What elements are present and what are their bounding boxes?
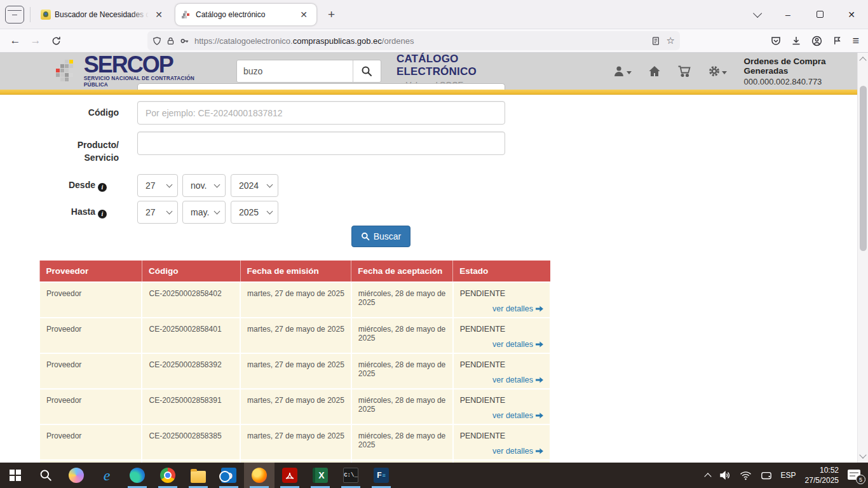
cell-proveedor: Proveedor bbox=[39, 389, 142, 424]
file-explorer-button[interactable] bbox=[183, 463, 214, 488]
table-row: Proveedor CE-20250002858391 martes, 27 d… bbox=[39, 389, 550, 424]
permissions-key-icon[interactable] bbox=[180, 36, 189, 46]
hasta-day-select[interactable]: 27 bbox=[137, 201, 178, 224]
display-connect-icon[interactable] bbox=[761, 471, 772, 480]
terminal-icon: C:\_ bbox=[343, 468, 358, 483]
hasta-label: Hastai bbox=[36, 207, 107, 219]
forticlient-button[interactable]: F≡ bbox=[366, 463, 397, 488]
scrolled-panel-edge bbox=[137, 83, 505, 90]
chevron-down-icon bbox=[214, 208, 220, 215]
maximize-button[interactable] bbox=[806, 4, 834, 25]
col-fecha-emision: Fecha de emisión bbox=[240, 261, 351, 282]
downloads-icon[interactable] bbox=[791, 36, 801, 46]
acrobat-button[interactable] bbox=[275, 463, 305, 488]
codigo-input[interactable] bbox=[137, 101, 505, 125]
scrollbar-thumb[interactable] bbox=[860, 86, 867, 251]
ver-detalles-link[interactable]: ver detalles bbox=[460, 304, 543, 313]
tab-title: Catálogo electrónico bbox=[196, 10, 294, 19]
ver-detalles-link[interactable]: ver detalles bbox=[460, 411, 543, 420]
chrome-button[interactable] bbox=[153, 463, 183, 488]
reload-icon[interactable] bbox=[46, 31, 66, 50]
taskbar-search-button[interactable] bbox=[31, 463, 61, 488]
desde-year-select[interactable]: 2024 bbox=[231, 174, 278, 197]
producto-servicio-input[interactable] bbox=[137, 132, 505, 155]
reader-mode-icon[interactable] bbox=[651, 36, 660, 46]
tray-expand-icon[interactable] bbox=[704, 473, 711, 480]
cell-estado: PENDIENTE ver detalles bbox=[453, 424, 550, 460]
ver-detalles-link[interactable]: ver detalles bbox=[460, 447, 543, 456]
copilot-button[interactable] bbox=[61, 463, 92, 488]
minimize-button[interactable]: – bbox=[774, 4, 802, 25]
tab-close-icon[interactable]: ✕ bbox=[297, 8, 310, 21]
menu-icon[interactable]: ≡ bbox=[852, 34, 859, 48]
new-tab-button[interactable]: + bbox=[323, 8, 340, 22]
list-tabs-icon[interactable] bbox=[742, 4, 770, 25]
info-icon[interactable]: i bbox=[98, 210, 107, 219]
cell-aceptacion: miércoles, 28 de mayo de 2025 bbox=[351, 353, 453, 389]
notifications-button[interactable]: 5 bbox=[848, 470, 862, 481]
extensions-icon[interactable] bbox=[832, 36, 842, 46]
scroll-down-icon[interactable] bbox=[859, 451, 866, 458]
wifi-icon[interactable] bbox=[740, 471, 752, 480]
start-button[interactable] bbox=[0, 463, 31, 488]
internet-explorer-button[interactable]: e bbox=[92, 463, 122, 488]
desde-day-select[interactable]: 27 bbox=[137, 174, 178, 197]
firefox-view-icon[interactable] bbox=[5, 6, 24, 24]
folder-icon bbox=[191, 471, 206, 483]
edge-icon bbox=[130, 468, 145, 483]
arrow-right-icon bbox=[536, 341, 543, 348]
clock[interactable]: 10:52 27/5/2025 bbox=[805, 465, 839, 485]
acrobat-icon bbox=[282, 468, 297, 483]
orders-page-content: Código Producto/Servicio Desdei 27 nov. … bbox=[0, 95, 857, 488]
hasta-year-select[interactable]: 2025 bbox=[231, 201, 278, 224]
terminal-button[interactable]: C:\_ bbox=[336, 463, 366, 488]
tab-catalogo[interactable]: Catálogo electrónico ✕ bbox=[175, 4, 316, 25]
cell-codigo: CE-20250002858391 bbox=[142, 389, 240, 424]
user-menu-button[interactable] bbox=[613, 65, 632, 78]
page-scrollbar[interactable] bbox=[857, 53, 868, 463]
browser-navbar: ← → https://catalogoelectronico.comprasp… bbox=[0, 29, 868, 53]
bookmark-star-icon[interactable]: ☆ bbox=[667, 35, 675, 46]
scroll-up-icon[interactable] bbox=[859, 57, 866, 64]
cell-emision: martes, 27 de mayo de 2025 bbox=[240, 389, 351, 424]
home-button[interactable] bbox=[648, 65, 661, 78]
settings-button[interactable] bbox=[708, 65, 727, 78]
desde-month-select[interactable]: nov. bbox=[182, 174, 226, 197]
outlook-button[interactable]: O bbox=[214, 463, 244, 488]
ver-detalles-link[interactable]: ver detalles bbox=[460, 376, 543, 384]
tab-strip: Buscador de Necesidades de Co ✕ Catálogo… bbox=[0, 0, 868, 29]
volume-icon[interactable] bbox=[719, 470, 731, 480]
hasta-month-select[interactable]: may. bbox=[182, 201, 226, 224]
info-icon[interactable]: i bbox=[98, 183, 107, 192]
cell-estado: PENDIENTE ver detalles bbox=[453, 318, 550, 353]
chrome-icon bbox=[160, 468, 175, 483]
col-fecha-aceptacion: Fecha de aceptación bbox=[351, 261, 453, 282]
search-icon bbox=[39, 469, 52, 482]
sercop-favicon-icon bbox=[182, 11, 192, 13]
windows-taskbar: e O X C:\_ F≡ ESP 10:52 27/5/2025 5 bbox=[0, 463, 868, 488]
orders-generated-amount: 000.000.002.840.773 bbox=[743, 77, 868, 86]
pocket-icon[interactable] bbox=[771, 36, 781, 46]
sercop-pixel-icon bbox=[56, 60, 60, 64]
tab-close-icon[interactable]: ✕ bbox=[153, 8, 165, 21]
edge-button[interactable] bbox=[122, 463, 153, 488]
chevron-down-icon bbox=[214, 182, 220, 188]
cell-aceptacion: miércoles, 28 de mayo de 2025 bbox=[351, 389, 453, 424]
excel-button[interactable]: X bbox=[305, 463, 336, 488]
close-button[interactable]: ✕ bbox=[837, 4, 865, 25]
search-icon bbox=[361, 65, 372, 77]
language-indicator[interactable]: ESP bbox=[781, 471, 796, 480]
back-icon[interactable]: ← bbox=[5, 31, 25, 50]
tab-buscador[interactable]: Buscador de Necesidades de Co ✕ bbox=[34, 4, 172, 25]
forward-icon[interactable]: → bbox=[25, 31, 46, 50]
cell-emision: martes, 27 de mayo de 2025 bbox=[240, 318, 351, 353]
cart-button[interactable] bbox=[677, 65, 691, 78]
ver-detalles-link[interactable]: ver detalles bbox=[460, 340, 543, 349]
catalog-search-button[interactable] bbox=[353, 60, 381, 82]
table-row: Proveedor CE-20250002858392 martes, 27 d… bbox=[39, 353, 550, 389]
account-icon[interactable] bbox=[811, 36, 822, 46]
buscar-button[interactable]: Buscar bbox=[351, 226, 410, 247]
catalog-search-input[interactable] bbox=[237, 66, 353, 76]
firefox-button[interactable] bbox=[244, 463, 275, 488]
url-bar[interactable]: https://catalogoelectronico.compraspubli… bbox=[147, 31, 680, 50]
